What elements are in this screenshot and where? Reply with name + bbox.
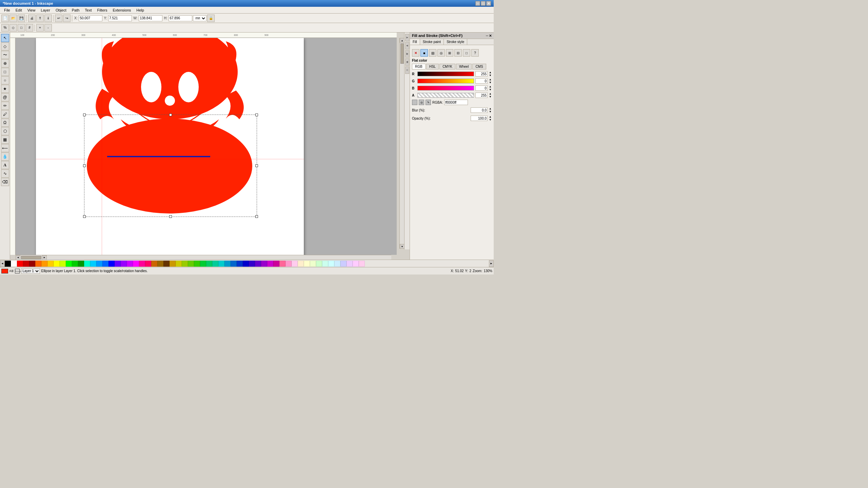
eyedropper-tool[interactable]: 💧 bbox=[1, 152, 9, 161]
palette-color-48[interactable] bbox=[298, 261, 304, 267]
linear-gradient-button[interactable]: ▤ bbox=[429, 49, 436, 57]
palette-color-51[interactable] bbox=[316, 261, 322, 267]
rgba-hex-input[interactable] bbox=[444, 100, 468, 105]
wheel-tab[interactable]: Wheel bbox=[456, 64, 472, 69]
palette-color-8[interactable] bbox=[54, 261, 60, 267]
palette-color-12[interactable] bbox=[78, 261, 84, 267]
zoom-in[interactable]: + bbox=[36, 24, 44, 32]
palette-color-9[interactable] bbox=[60, 261, 66, 267]
palette-color-5[interactable] bbox=[35, 261, 41, 267]
menu-text[interactable]: Text bbox=[82, 7, 94, 13]
r-up-button[interactable]: ▲▼ bbox=[489, 71, 492, 77]
palette-color-0[interactable] bbox=[5, 261, 11, 267]
connector-tool[interactable]: ⟵ bbox=[1, 144, 9, 152]
edit-color-icon[interactable]: ✎ bbox=[426, 100, 431, 105]
scroll-up-button[interactable]: ▲ bbox=[400, 38, 405, 43]
opacity-input[interactable] bbox=[471, 116, 488, 121]
snap-btn-4[interactable]: ⊴ bbox=[405, 58, 409, 66]
b-value-input[interactable] bbox=[475, 85, 488, 91]
undo-button[interactable]: ↩ bbox=[55, 15, 62, 22]
palette-color-33[interactable] bbox=[206, 261, 212, 267]
palette-color-56[interactable] bbox=[347, 261, 353, 267]
palette-color-49[interactable] bbox=[304, 261, 310, 267]
palette-color-29[interactable] bbox=[182, 261, 188, 267]
palette-color-4[interactable] bbox=[29, 261, 35, 267]
palette-color-35[interactable] bbox=[218, 261, 224, 267]
palette-color-53[interactable] bbox=[328, 261, 334, 267]
close-button[interactable]: ✕ bbox=[486, 1, 491, 6]
palette-color-30[interactable] bbox=[188, 261, 194, 267]
w-input[interactable] bbox=[139, 15, 162, 21]
palette-color-57[interactable] bbox=[353, 261, 359, 267]
a-up-button[interactable]: ▲▼ bbox=[489, 92, 492, 98]
swatch-button[interactable]: ⊟ bbox=[454, 49, 462, 57]
palette-color-26[interactable] bbox=[163, 261, 170, 267]
menu-help[interactable]: Help bbox=[134, 7, 147, 13]
pattern-button[interactable]: ⊞ bbox=[446, 49, 453, 57]
new-button[interactable]: 📄 bbox=[1, 15, 9, 22]
zoom-out[interactable]: - bbox=[44, 24, 52, 32]
palette-color-14[interactable] bbox=[90, 261, 96, 267]
palette-color-1[interactable] bbox=[11, 261, 17, 267]
palette-color-47[interactable] bbox=[292, 261, 298, 267]
y-input[interactable] bbox=[108, 15, 132, 21]
snap-btn-2[interactable]: ⊲ bbox=[405, 42, 409, 49]
scroll-left-button[interactable]: ◄ bbox=[16, 255, 20, 260]
pencil-tool[interactable]: ✏ bbox=[1, 102, 9, 110]
tweak-tool[interactable]: 〜 bbox=[1, 51, 9, 59]
scroll-right-button[interactable]: ► bbox=[42, 255, 47, 260]
menu-filters[interactable]: Filters bbox=[95, 7, 110, 13]
palette-color-54[interactable] bbox=[334, 261, 340, 267]
palette-color-25[interactable] bbox=[157, 261, 163, 267]
units-select[interactable]: mmpxin bbox=[193, 15, 206, 21]
panel-minimize-button[interactable]: ─ bbox=[486, 34, 488, 38]
handle-mr[interactable] bbox=[255, 164, 258, 167]
menu-edit[interactable]: Edit bbox=[13, 7, 25, 13]
snap-btn-1[interactable]: ⊳ bbox=[405, 34, 409, 41]
text-tool[interactable]: A bbox=[1, 161, 9, 169]
rgb-tab[interactable]: RGB bbox=[412, 64, 426, 69]
r-value-input[interactable] bbox=[475, 71, 488, 77]
stroke-color-indicator[interactable]: None bbox=[15, 269, 20, 273]
palette-color-23[interactable] bbox=[145, 261, 151, 267]
palette-color-34[interactable] bbox=[212, 261, 218, 267]
handle-bl[interactable] bbox=[83, 215, 86, 218]
radial-gradient-button[interactable]: ◎ bbox=[437, 49, 445, 57]
color-picker-icon[interactable] bbox=[412, 100, 417, 105]
palette-color-24[interactable] bbox=[151, 261, 157, 267]
palette-color-55[interactable] bbox=[340, 261, 347, 267]
save-button[interactable]: 💾 bbox=[18, 15, 25, 22]
palette-color-52[interactable] bbox=[322, 261, 328, 267]
a-value-input[interactable] bbox=[475, 93, 488, 98]
opacity-up-button[interactable]: ▲▼ bbox=[489, 115, 492, 121]
lock-aspect-button[interactable]: 🔒 bbox=[207, 15, 215, 22]
palette-color-2[interactable] bbox=[17, 261, 23, 267]
h-scroll-thumb[interactable] bbox=[21, 256, 41, 259]
ellipse-tool[interactable]: ○ bbox=[1, 76, 9, 84]
menu-layer[interactable]: Layer bbox=[38, 7, 53, 13]
handle-br[interactable] bbox=[255, 215, 258, 218]
snap-bbox[interactable]: □ bbox=[18, 24, 25, 32]
b-up-button[interactable]: ▲▼ bbox=[489, 85, 492, 91]
blur-input[interactable] bbox=[471, 107, 488, 113]
menu-object[interactable]: Object bbox=[53, 7, 69, 13]
palette-scroll-left[interactable]: ◄ bbox=[0, 260, 5, 267]
palette-color-37[interactable] bbox=[231, 261, 237, 267]
palette-color-27[interactable] bbox=[170, 261, 176, 267]
v-scroll-thumb[interactable] bbox=[400, 43, 404, 64]
palette-color-31[interactable] bbox=[194, 261, 200, 267]
h-input[interactable] bbox=[169, 15, 192, 21]
r-channel-bar[interactable] bbox=[417, 72, 474, 76]
redo-button[interactable]: ↪ bbox=[63, 15, 71, 22]
palette-color-21[interactable] bbox=[133, 261, 139, 267]
snap-nodes[interactable]: ◇ bbox=[9, 24, 17, 32]
eraser-tool[interactable]: ⌫ bbox=[1, 178, 9, 186]
spiral-tool[interactable]: @ bbox=[1, 93, 9, 101]
unset-paint-button[interactable]: □ bbox=[463, 49, 470, 57]
palette-color-42[interactable] bbox=[261, 261, 267, 267]
unknown-paint-button[interactable]: ? bbox=[471, 49, 479, 57]
open-button[interactable]: 📂 bbox=[9, 15, 17, 22]
snap-btn-3[interactable]: ⊵ bbox=[405, 50, 409, 58]
panel-close-button[interactable]: ✕ bbox=[489, 34, 492, 38]
snap-btn-5[interactable]: ⊹ bbox=[405, 66, 409, 74]
